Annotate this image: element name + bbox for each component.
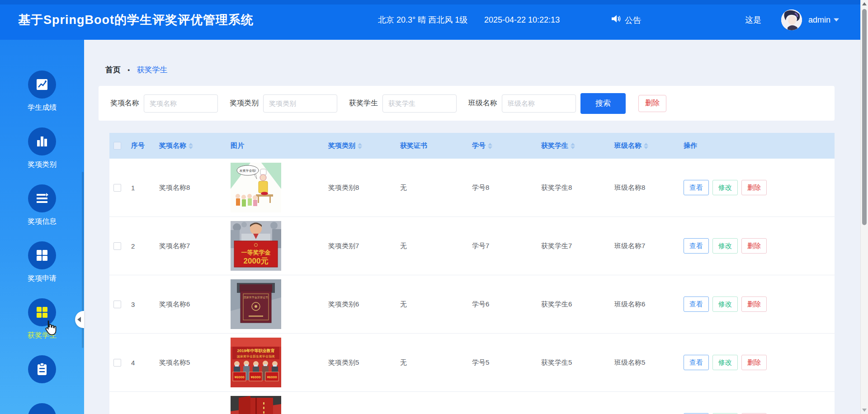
sort-class-name[interactable] — [644, 143, 648, 149]
cell-index: 3 — [131, 275, 159, 333]
sidebar-item-award-info[interactable]: 奖项信息 — [28, 184, 57, 226]
svg-text:2019年中等职业教育: 2019年中等职业教育 — [237, 348, 274, 353]
sort-student[interactable] — [571, 143, 575, 149]
award-category-input[interactable] — [263, 94, 337, 113]
award-image-group-photo[interactable]: 2019年中等职业教育国家奖学金新生奖学金颁奖¥6000¥6000¥6000 — [231, 338, 281, 387]
cell-class-name: 班级名称7 — [614, 217, 684, 275]
cell-category: 奖项类别5 — [328, 334, 400, 391]
chevron-down-icon — [834, 19, 839, 22]
list-icon — [28, 184, 56, 212]
user-menu[interactable]: admin — [808, 15, 839, 25]
cell-award-name: 奖项名称8 — [159, 159, 231, 216]
award-name-input[interactable] — [144, 94, 218, 113]
top-header: 基于SpringBoot的学生评奖评优管理系统 北京 20.3° 晴 西北风 1… — [0, 0, 868, 40]
award-students-table: 序号 奖项名称 图片 奖项类别 获奖证书 学号 获奖学生 班级名称 操作 1 奖… — [109, 133, 835, 414]
edit-button[interactable]: 修改 — [712, 180, 738, 195]
award-image-certificate[interactable]: 国家奖学金荣誉证书 — [231, 279, 281, 329]
datetime-display: 2025-04-22 10:22:13 — [484, 15, 560, 25]
announcement-button[interactable]: 公告 — [611, 14, 641, 26]
breadcrumb-home[interactable]: 首页 — [105, 65, 121, 75]
cell-student-id: 学号4 — [472, 392, 541, 414]
cell-category: 奖项类别8 — [328, 159, 400, 216]
filter-label-class-name: 班级名称 — [468, 99, 497, 108]
award-image-cartoon[interactable]: 发奖学金啦! — [231, 163, 281, 212]
filter-bar: 奖项名称 奖项类别 获奖学生 班级名称 搜索 删除 — [99, 86, 835, 121]
cell-class-name: 班级名称6 — [614, 275, 684, 333]
scroll-down-button[interactable] — [861, 406, 868, 414]
cell-index: 1 — [131, 159, 159, 216]
page-scrollbar — [860, 0, 868, 414]
table-header-row: 序号 奖项名称 图片 奖项类别 获奖证书 学号 获奖学生 班级名称 操作 — [109, 133, 835, 159]
cell-student-id: 学号6 — [472, 275, 541, 333]
sidebar-item-award-apply[interactable]: 奖项申请 — [28, 241, 57, 283]
cell-index: 2 — [131, 217, 159, 275]
cell-category: 奖项类别7 — [328, 217, 400, 275]
sort-student-id[interactable] — [488, 143, 492, 149]
filter-label-award-name: 奖项名称 — [110, 99, 139, 108]
cell-category: 奖项类别6 — [328, 275, 400, 333]
view-button[interactable]: 查看 — [684, 238, 709, 254]
sort-award-category[interactable] — [358, 143, 362, 149]
row-checkbox[interactable] — [113, 242, 121, 250]
row-checkbox[interactable] — [113, 359, 121, 367]
scroll-up-button[interactable] — [861, 0, 868, 8]
delete-button[interactable]: 删除 — [741, 238, 767, 254]
sidebar-item-award-students[interactable]: 获奖学生 — [28, 298, 57, 340]
cell-student: 获奖学生4 — [541, 392, 614, 414]
delete-button[interactable]: 删除 — [741, 355, 767, 370]
app-title: 基于SpringBoot的学生评奖评优管理系统 — [18, 12, 254, 28]
view-button[interactable]: 查看 — [684, 355, 709, 370]
edit-button[interactable]: 修改 — [712, 296, 738, 312]
cell-student-id: 学号5 — [472, 334, 541, 391]
svg-text:¥6000: ¥6000 — [267, 375, 277, 379]
delete-button[interactable]: 删除 — [741, 180, 767, 195]
table-row: 4 奖项名称5 2019年中等职业教育国家奖学金新生奖学金颁奖¥6000¥600… — [109, 334, 835, 392]
cell-class-name: 班级名称4 — [614, 392, 684, 414]
username: admin — [808, 15, 830, 25]
cell-award-name: 奖项名称5 — [159, 334, 231, 391]
sort-award-name[interactable] — [189, 143, 193, 149]
cell-student: 获奖学生6 — [541, 275, 614, 333]
class-name-input[interactable] — [502, 94, 576, 113]
award-image-prize-sign[interactable]: 一等奖学金2000元 — [231, 221, 281, 271]
breadcrumb-separator: ● — [127, 68, 130, 72]
table-row: 3 奖项名称6 国家奖学金荣誉证书 奖项类别6 无 学号6 获奖学生6 班级名称… — [109, 275, 835, 334]
sidebar-item-good-deeds[interactable] — [28, 355, 56, 388]
main-content: 首页 ● 获奖学生 奖项名称 奖项类别 获奖学生 班级名称 搜索 删除 序号 奖… — [84, 40, 860, 414]
cell-class-name: 班级名称5 — [614, 334, 684, 391]
edit-button[interactable]: 修改 — [712, 238, 738, 254]
cell-index: 5 — [131, 392, 159, 414]
scrollbar-thumb[interactable] — [862, 9, 867, 225]
award-image-red-book[interactable] — [231, 396, 281, 414]
cell-student: 获奖学生5 — [541, 334, 614, 391]
avatar[interactable] — [781, 9, 802, 30]
svg-text:国家奖学金荣誉证书: 国家奖学金荣誉证书 — [244, 296, 268, 299]
sidebar-item-partial[interactable] — [28, 403, 56, 414]
cell-award-name: 奖项名称4 — [159, 392, 231, 414]
view-button[interactable]: 查看 — [684, 296, 709, 312]
select-all-checkbox[interactable] — [113, 142, 121, 150]
breadcrumb: 首页 ● 获奖学生 — [105, 65, 167, 75]
sidebar-item-student-scores[interactable]: 学生成绩 — [28, 71, 57, 112]
delete-button[interactable]: 删除 — [741, 296, 767, 312]
view-button[interactable]: 查看 — [684, 180, 709, 195]
speaker-icon — [611, 14, 621, 26]
sidebar-item-award-category[interactable]: 奖项类别 — [28, 127, 57, 169]
svg-text:¥6000: ¥6000 — [250, 375, 261, 379]
row-checkbox[interactable] — [113, 301, 121, 308]
svg-text:一等奖学金: 一等奖学金 — [241, 249, 271, 256]
filter-label-award-category: 奖项类别 — [230, 99, 259, 108]
cell-student: 获奖学生8 — [541, 159, 614, 216]
cell-student-id: 学号8 — [472, 159, 541, 216]
award-student-input[interactable] — [382, 94, 457, 113]
batch-delete-button[interactable]: 删除 — [638, 95, 666, 112]
svg-text:发奖学金啦!: 发奖学金啦! — [240, 169, 256, 173]
row-checkbox[interactable] — [113, 184, 121, 192]
svg-text:国家奖学金新生奖学金颁奖: 国家奖学金新生奖学金颁奖 — [237, 354, 275, 358]
greeting-text: 这是 — [745, 14, 761, 25]
edit-button[interactable]: 修改 — [712, 355, 738, 370]
cell-certificate: 无 — [400, 275, 472, 333]
breadcrumb-current: 获奖学生 — [137, 65, 167, 75]
search-button[interactable]: 搜索 — [580, 93, 626, 114]
cell-student: 获奖学生7 — [541, 217, 614, 275]
